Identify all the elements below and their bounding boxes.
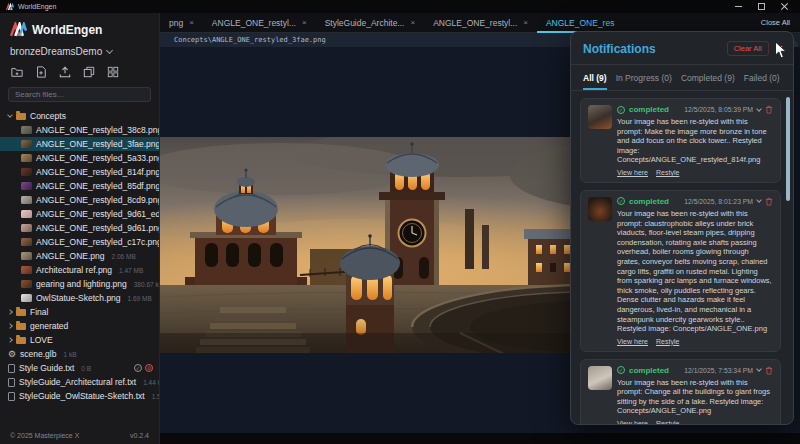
status-badge: completed xyxy=(629,197,669,206)
file-row-txt[interactable]: Style Guide.txt0 B✓⊘ xyxy=(0,361,159,375)
tab-close-icon[interactable]: × xyxy=(189,18,194,27)
app-logo-icon xyxy=(10,22,27,37)
chevron-down-icon[interactable] xyxy=(756,198,762,204)
file-row[interactable]: ANGLE_ONE_restyled_8cd9.png1.25 MB xyxy=(0,193,159,207)
filter-tab-failed[interactable]: Failed (0) xyxy=(744,73,780,90)
check-circle-icon[interactable]: ✓ xyxy=(134,364,142,372)
file-row[interactable]: OwlStatue-Sketch.png1.69 MB xyxy=(0,291,159,305)
folder-icon xyxy=(16,337,26,344)
file-row-txt[interactable]: StyleGuide_Architectural ref.txt1.44 k✓⊘ xyxy=(0,375,159,389)
clear-all-button[interactable]: Clear All xyxy=(727,41,769,56)
file-row[interactable]: ANGLE_ONE_restyled_38c8.png955.8 k xyxy=(0,123,159,137)
image-thumbnail-icon xyxy=(21,210,32,218)
notification-card: ✓ completed 12/1/2025, 7:53:34 PM Your i… xyxy=(580,359,781,424)
new-folder-button[interactable] xyxy=(11,66,23,78)
image-thumbnail-icon xyxy=(21,238,32,246)
tab-file-active[interactable]: ANGLE_ONE_res xyxy=(537,13,624,32)
image-thumbnail-icon xyxy=(21,182,32,190)
file-row[interactable]: ANGLE_ONE_restyled_814f.png1.27 MB xyxy=(0,165,159,179)
view-here-link[interactable]: View here xyxy=(617,338,648,345)
folder-icon xyxy=(16,323,26,330)
file-row[interactable]: ANGLE_ONE.png2.06 MB xyxy=(0,249,159,263)
close-all-button[interactable]: Close All xyxy=(751,13,800,32)
new-file-button[interactable] xyxy=(35,66,47,78)
document-icon xyxy=(8,378,15,387)
view-here-link[interactable]: View here xyxy=(617,169,648,176)
restyle-link[interactable]: Restyle xyxy=(656,338,679,345)
project-selector[interactable]: bronzeDreamsDemo xyxy=(0,44,159,63)
search-input[interactable] xyxy=(15,90,144,99)
file-row[interactable]: ANGLE_ONE_restyled_5a33.png2.1 MB xyxy=(0,151,159,165)
notification-thumbnail[interactable] xyxy=(588,197,612,221)
notification-thumbnail[interactable] xyxy=(588,366,612,390)
timestamp: 12/1/2025, 7:53:34 PM xyxy=(684,367,753,374)
file-row[interactable]: ANGLE_ONE_restyled_c17c.png1.37 MB xyxy=(0,235,159,249)
tab-file[interactable]: ANGLE_ONE_restyl...× xyxy=(424,13,537,32)
image-thumbnail-icon xyxy=(21,266,32,274)
chevron-down-icon[interactable] xyxy=(756,106,762,112)
project-name: bronzeDreamsDemo xyxy=(10,46,102,57)
file-row[interactable]: Architectural ref.png1.47 MB xyxy=(0,263,159,277)
image-thumbnail-icon xyxy=(21,252,32,260)
folder-row-love[interactable]: LOVE xyxy=(0,333,159,347)
file-row[interactable]: ANGLE_ONE_restyled_9d61.png1.37 MB xyxy=(0,221,159,235)
notifications-panel: Notifications Clear All × All (9) In Pro… xyxy=(570,31,794,425)
status-badge: completed xyxy=(629,105,669,114)
notification-card: ✓ completed 12/5/2025, 8:05:39 PM Your i… xyxy=(580,98,781,183)
restyle-link[interactable]: Restyle xyxy=(656,169,679,176)
folder-row-concepts[interactable]: Concepts xyxy=(0,109,159,123)
filter-tab-in-progress[interactable]: In Progress (0) xyxy=(616,73,672,90)
folder-row-generated[interactable]: generated xyxy=(0,319,159,333)
tab-bar: png× ANGLE_ONE_restyl...× StyleGuide_Arc… xyxy=(160,13,800,33)
folder-icon xyxy=(16,113,26,120)
brand-row: WorldEngen xyxy=(0,13,159,44)
notifications-list[interactable]: ✓ completed 12/5/2025, 8:05:39 PM Your i… xyxy=(571,91,793,424)
notification-filters: All (9) In Progress (0) Completed (9) Fa… xyxy=(571,65,793,91)
notification-message: Your image has been re-styled with this … xyxy=(617,378,773,416)
close-icon[interactable] xyxy=(781,3,788,10)
file-row-selected[interactable]: ANGLE_ONE_restyled_3fae.png1.49 MB xyxy=(0,137,159,151)
notification-card: ✓ completed 12/5/2025, 8:01:23 PM Your i… xyxy=(580,190,781,352)
notifications-title: Notifications xyxy=(583,42,656,56)
image-thumbnail-icon xyxy=(21,280,32,288)
maximize-icon[interactable] xyxy=(758,3,765,10)
grid-view-button[interactable] xyxy=(107,66,119,78)
file-row-scene-glb[interactable]: ⚙scene.glb1 kB xyxy=(0,347,159,361)
bottom-strip xyxy=(160,433,800,444)
image-thumbnail-icon xyxy=(21,224,32,232)
tab-close-icon[interactable]: × xyxy=(302,18,307,27)
trash-icon[interactable] xyxy=(765,105,773,114)
filter-tab-all[interactable]: All (9) xyxy=(583,73,607,90)
tab-file[interactable]: StyleGuide_Archite...× xyxy=(316,13,425,32)
notification-thumbnail[interactable] xyxy=(588,105,612,129)
sidebar-footer: © 2025 Masterpiece X v0.2.4 xyxy=(0,427,159,444)
filter-tab-completed[interactable]: Completed (9) xyxy=(681,73,735,90)
tab-close-icon[interactable]: × xyxy=(410,18,415,27)
trash-icon[interactable] xyxy=(765,197,773,206)
file-row-txt[interactable]: StyleGuide_OwlStatue-Sketch.txt1.5 k✓⊘ xyxy=(0,389,159,403)
version-text: v0.2.4 xyxy=(130,432,149,439)
status-badge: completed xyxy=(629,366,669,375)
scrollbar[interactable] xyxy=(786,97,790,201)
restyle-link[interactable]: Restyle xyxy=(656,420,679,424)
upload-button[interactable] xyxy=(59,66,71,78)
tab-close-icon[interactable]: × xyxy=(523,18,528,27)
chevron-down-icon[interactable] xyxy=(756,366,762,372)
image-thumbnail-icon xyxy=(21,294,32,302)
file-row[interactable]: gearing and lighting.png380.67 kB xyxy=(0,277,159,291)
tab-file[interactable]: png× xyxy=(160,13,203,32)
window-controls xyxy=(735,3,794,10)
duplicate-button[interactable] xyxy=(83,66,95,78)
file-row[interactable]: ANGLE_ONE_restyled_85df.png1.44 MB xyxy=(0,179,159,193)
image-thumbnail-icon xyxy=(21,168,32,176)
trash-icon[interactable] xyxy=(765,366,773,375)
slash-circle-icon[interactable]: ⊘ xyxy=(145,364,153,372)
file-row[interactable]: ANGLE_ONE_restyled_9d61_edited_d5e xyxy=(0,207,159,221)
folder-row-final[interactable]: Final xyxy=(0,305,159,319)
document-icon xyxy=(8,364,15,373)
gear-icon: ⚙ xyxy=(8,350,16,359)
tab-file[interactable]: ANGLE_ONE_restyl...× xyxy=(203,13,316,32)
minimize-icon[interactable] xyxy=(735,3,742,10)
view-here-link[interactable]: View here xyxy=(617,420,648,424)
notification-message: Your image has been re-styled with this … xyxy=(617,117,773,165)
